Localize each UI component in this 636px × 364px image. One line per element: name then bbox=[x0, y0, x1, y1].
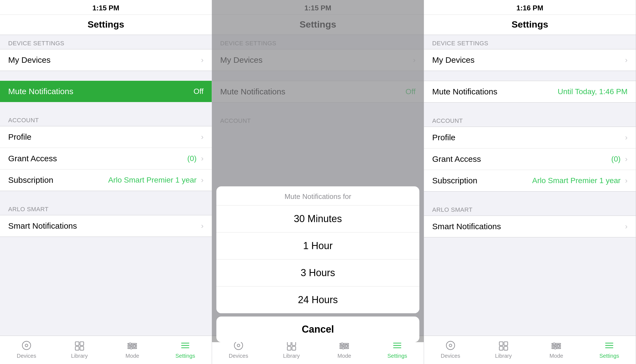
phone-panel-1: 1:15 PM Settings DEVICE SETTINGS My Devi… bbox=[0, 0, 212, 364]
chevron-icon-smart-1: › bbox=[201, 222, 204, 230]
device-settings-list-1: My Devices › bbox=[0, 49, 212, 71]
smart-notifications-item-1[interactable]: Smart Notifications › bbox=[0, 215, 212, 237]
grant-access-value-3: (0) › bbox=[611, 155, 628, 163]
mute-notifications-item-3[interactable]: Mute Notifications Until Today, 1:46 PM bbox=[424, 81, 636, 102]
smart-notifications-value-1: › bbox=[199, 222, 204, 230]
svg-rect-2 bbox=[75, 342, 79, 345]
device-settings-list-3: My Devices › bbox=[424, 49, 636, 71]
tab-mode-label-3: Mode bbox=[549, 353, 563, 359]
svg-point-15 bbox=[234, 341, 243, 350]
profile-value-3: › bbox=[623, 133, 628, 142]
subscription-item-3[interactable]: Subscription Arlo Smart Premier 1 year › bbox=[424, 170, 636, 191]
svg-point-40 bbox=[557, 345, 560, 347]
mute-value-3: Until Today, 1:46 PM bbox=[558, 87, 628, 96]
arlo-smart-list-1: Smart Notifications › bbox=[0, 215, 212, 237]
subscription-item-1[interactable]: Subscription Arlo Smart Premier 1 year › bbox=[0, 169, 212, 191]
tab-library-label-3: Library bbox=[495, 353, 512, 359]
library-icon-1 bbox=[74, 340, 85, 351]
section-header-arlo-3: ARLO SMART bbox=[424, 201, 636, 216]
mute-list-3: Mute Notifications Until Today, 1:46 PM bbox=[424, 81, 636, 103]
svg-point-1 bbox=[25, 344, 28, 347]
grant-access-item-3[interactable]: Grant Access (0) › bbox=[424, 148, 636, 170]
subscription-value-3: Arlo Smart Premier 1 year › bbox=[532, 176, 628, 185]
svg-point-25 bbox=[345, 345, 348, 347]
profile-item-3[interactable]: Profile › bbox=[424, 127, 636, 148]
spacer-2 bbox=[0, 102, 212, 112]
my-devices-item-3[interactable]: My Devices › bbox=[424, 49, 636, 71]
title-bar-3: Settings bbox=[424, 15, 636, 35]
chevron-icon-grant-3: › bbox=[625, 155, 628, 163]
svg-point-31 bbox=[449, 344, 452, 347]
option-30min-2[interactable]: 30 Minutes bbox=[216, 205, 419, 232]
tab-devices-3[interactable]: Devices bbox=[424, 336, 477, 364]
mute-value-1: Off bbox=[193, 87, 204, 96]
tab-settings-label-3: Settings bbox=[599, 353, 619, 359]
section-header-device-3: DEVICE SETTINGS bbox=[424, 35, 636, 49]
chevron-icon-sub-3: › bbox=[625, 176, 628, 185]
status-bar-3: 1:16 PM bbox=[424, 0, 636, 15]
subscription-value-1: Arlo Smart Premier 1 year › bbox=[108, 176, 204, 184]
grant-access-label-1: Grant Access bbox=[8, 154, 57, 163]
profile-item-1[interactable]: Profile › bbox=[0, 126, 212, 148]
phone-panel-2: 1:15 PM Settings DEVICE SETTINGS My Devi… bbox=[212, 0, 424, 364]
grant-access-value-1: (0) › bbox=[187, 154, 204, 163]
svg-point-10 bbox=[133, 345, 136, 347]
profile-value-1: › bbox=[199, 133, 204, 141]
settings-icon-1 bbox=[179, 340, 191, 351]
section-header-arlo-1: ARLO SMART bbox=[0, 201, 212, 215]
tab-library-3[interactable]: Library bbox=[477, 336, 530, 364]
option-3hr-2[interactable]: 3 Hours bbox=[216, 259, 419, 287]
library-icon-3 bbox=[498, 340, 509, 351]
tab-library-label-1: Library bbox=[71, 353, 88, 359]
svg-rect-17 bbox=[287, 342, 291, 345]
chevron-icon-grant-1: › bbox=[201, 154, 204, 163]
settings-icon-3 bbox=[603, 340, 615, 351]
tab-library-label-2: Library bbox=[283, 353, 300, 359]
profile-label-1: Profile bbox=[8, 132, 31, 142]
tab-settings-3[interactable]: Settings bbox=[583, 336, 636, 364]
svg-point-16 bbox=[237, 344, 240, 347]
subscription-label-3: Subscription bbox=[432, 176, 477, 185]
arlo-smart-list-3: Smart Notifications › bbox=[424, 216, 636, 237]
tab-devices-1[interactable]: Devices bbox=[0, 336, 53, 364]
mute-notifications-item-1[interactable]: Mute Notifications Off bbox=[0, 81, 212, 102]
my-devices-label-1: My Devices bbox=[8, 55, 51, 65]
time-1: 1:15 PM bbox=[92, 4, 119, 12]
my-devices-value-1: › bbox=[199, 56, 204, 64]
tab-mode-1[interactable]: Mode bbox=[106, 336, 159, 364]
smart-notifications-item-3[interactable]: Smart Notifications › bbox=[424, 216, 636, 237]
tab-devices-label-1: Devices bbox=[17, 353, 36, 359]
svg-rect-19 bbox=[287, 347, 291, 350]
title-bar-1: Settings bbox=[0, 15, 212, 35]
tab-mode-3[interactable]: Mode bbox=[530, 336, 583, 364]
svg-rect-33 bbox=[504, 342, 508, 345]
mode-icon-1 bbox=[126, 340, 138, 351]
phone-panel-3: 1:16 PM Settings DEVICE SETTINGS My Devi… bbox=[424, 0, 636, 364]
mute-label-3: Mute Notifications bbox=[432, 87, 497, 96]
chevron-icon-3: › bbox=[625, 56, 628, 64]
svg-rect-3 bbox=[80, 342, 84, 345]
svg-point-11 bbox=[130, 347, 132, 349]
grant-access-item-1[interactable]: Grant Access (0) › bbox=[0, 148, 212, 169]
svg-rect-5 bbox=[80, 347, 84, 350]
my-devices-item-1[interactable]: My Devices › bbox=[0, 49, 212, 71]
spacer-6 bbox=[424, 71, 636, 81]
tab-mode-label-1: Mode bbox=[125, 353, 139, 359]
action-sheet-cancel-2[interactable]: Cancel bbox=[216, 317, 419, 342]
option-1hr-2[interactable]: 1 Hour bbox=[216, 232, 419, 259]
section-header-account-3: ACCOUNT bbox=[424, 112, 636, 127]
option-24hr-2[interactable]: 24 Hours bbox=[216, 287, 419, 313]
svg-point-0 bbox=[22, 341, 31, 350]
svg-point-39 bbox=[553, 343, 555, 345]
chevron-icon-1: › bbox=[201, 56, 204, 64]
section-header-device-1: DEVICE SETTINGS bbox=[0, 35, 212, 49]
tab-library-1[interactable]: Library bbox=[53, 336, 106, 364]
tab-settings-1[interactable]: Settings bbox=[159, 336, 212, 364]
tab-bar-1: Devices Library Mode bbox=[0, 336, 212, 364]
tab-settings-label-1: Settings bbox=[175, 353, 195, 359]
svg-point-9 bbox=[129, 343, 131, 345]
tab-devices-label-2: Devices bbox=[229, 353, 248, 359]
my-devices-label-3: My Devices bbox=[432, 55, 475, 65]
svg-rect-4 bbox=[75, 347, 79, 350]
profile-label-3: Profile bbox=[432, 133, 455, 142]
